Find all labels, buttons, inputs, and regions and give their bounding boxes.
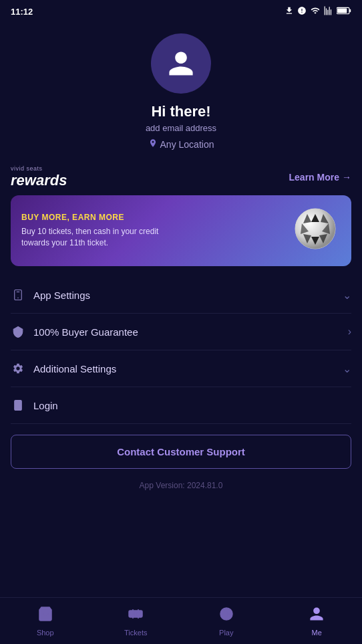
shop-icon [37, 606, 53, 626]
notification-icon [297, 6, 307, 17]
chevron-right-icon: › [348, 326, 351, 338]
play-icon [218, 606, 234, 626]
buyer-guarantee-label: 100% Buyer Guarantee [33, 326, 138, 338]
promo-banner[interactable]: BUY MORE, EARN MORE Buy 10 tickets, then… [11, 195, 351, 266]
svg-point-15 [17, 298, 19, 299]
nav-play-label: Play [219, 629, 233, 637]
status-bar: 11:12 [0, 0, 362, 20]
buyer-guarantee-item[interactable]: 100% Buyer Guarantee › [11, 314, 351, 350]
status-icons [285, 6, 351, 17]
promo-image [294, 207, 341, 254]
nav-me[interactable]: Me [272, 606, 363, 637]
person-icon [166, 49, 196, 78]
avatar[interactable] [151, 33, 211, 94]
location-label: Any Location [160, 139, 214, 150]
location-row[interactable]: Any Location [148, 138, 214, 150]
location-pin-icon [148, 138, 158, 150]
chevron-down-icon-2: ⌄ [343, 362, 351, 375]
rewards-section: vivid seats rewards Learn More → [0, 160, 362, 195]
me-person-icon [309, 606, 325, 626]
phone-icon-2 [11, 398, 25, 413]
app-version: App Version: 2024.81.0 [0, 474, 362, 497]
shield-icon [11, 324, 25, 339]
additional-settings-label: Additional Settings [33, 363, 116, 374]
nav-tickets-label: Tickets [124, 629, 147, 637]
soccer-ball-icon [294, 207, 337, 251]
battery-icon [337, 7, 351, 17]
download-icon [285, 6, 294, 17]
contact-btn-container: Contact Customer Support [0, 424, 362, 474]
app-settings-item[interactable]: App Settings ⌄ [11, 277, 351, 314]
tickets-icon [128, 606, 144, 626]
rewards-text: rewards [11, 173, 67, 189]
svg-rect-16 [15, 401, 22, 411]
greeting: Hi there! [151, 103, 210, 120]
chevron-down-icon: ⌄ [343, 289, 351, 302]
nav-shop-label: Shop [37, 629, 54, 637]
profile-section: Hi there! add email address Any Location [0, 20, 362, 160]
promo-title: BUY MORE, EARN MORE [21, 213, 294, 222]
nav-shop[interactable]: Shop [0, 606, 91, 637]
gear-icon [11, 361, 25, 376]
svg-rect-1 [337, 8, 347, 13]
bottom-nav: Shop Tickets Play Me [0, 597, 362, 644]
nav-me-label: Me [312, 629, 322, 637]
promo-text: BUY MORE, EARN MORE Buy 10 tickets, then… [21, 213, 294, 249]
svg-rect-2 [349, 9, 351, 12]
svg-point-19 [134, 612, 138, 615]
learn-more-button[interactable]: Learn More → [289, 172, 351, 183]
contact-customer-support-button[interactable]: Contact Customer Support [11, 435, 351, 469]
nav-play[interactable]: Play [181, 606, 272, 637]
phone-icon [11, 288, 25, 302]
app-settings-label: App Settings [33, 290, 90, 301]
signal-icon [324, 6, 333, 17]
wifi-icon [310, 6, 321, 17]
rewards-logo: vivid seats rewards [11, 166, 67, 189]
email-prompt[interactable]: add email address [146, 123, 216, 133]
settings-list: App Settings ⌄ 100% Buyer Guarantee › Ad… [0, 277, 362, 424]
login-item[interactable]: Login [11, 387, 351, 424]
arrow-right-icon: → [342, 172, 351, 183]
additional-settings-item[interactable]: Additional Settings ⌄ [11, 350, 351, 387]
login-label: Login [33, 400, 58, 411]
learn-more-label: Learn More [289, 172, 339, 183]
promo-description: Buy 10 tickets, then cash in your credit… [21, 226, 182, 249]
status-time: 11:12 [11, 7, 33, 17]
nav-tickets[interactable]: Tickets [91, 606, 182, 637]
